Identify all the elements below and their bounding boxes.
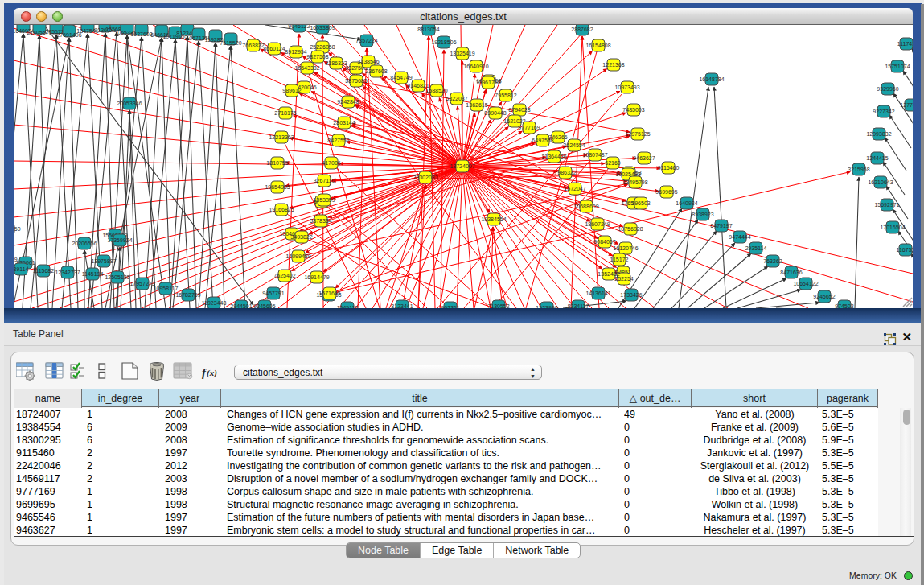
svg-text:16782759: 16782759 (175, 292, 200, 298)
svg-text:9245605: 9245605 (253, 303, 275, 308)
svg-text:19218506: 19218506 (431, 39, 456, 45)
svg-text:9329960: 9329960 (877, 86, 898, 92)
svg-text:12975125: 12975125 (625, 131, 650, 137)
svg-text:8938923: 8938923 (692, 212, 713, 217)
svg-text:7663822: 7663822 (242, 43, 264, 48)
svg-text:8234117: 8234117 (568, 303, 589, 308)
svg-text:12093832: 12093832 (866, 131, 891, 137)
svg-text:16914479: 16914479 (304, 274, 329, 280)
svg-text:12505135: 12505135 (105, 274, 129, 280)
svg-text:3624554: 3624554 (563, 142, 585, 148)
svg-text:417006: 417006 (322, 160, 340, 166)
svg-text:1045112: 1045112 (337, 305, 359, 308)
svg-text:3493822: 3493822 (290, 234, 312, 240)
svg-text:2718176: 2718176 (274, 110, 296, 116)
svg-text:9245652: 9245652 (813, 294, 835, 299)
svg-text:9227342: 9227342 (873, 109, 894, 114)
svg-text:1621022: 1621022 (503, 118, 525, 124)
svg-text:6497568: 6497568 (532, 138, 553, 143)
svg-text:1353359: 1353359 (313, 197, 335, 203)
svg-text:13495798: 13495798 (622, 179, 647, 185)
svg-text:115172: 115172 (610, 257, 629, 262)
svg-text:18607249: 18607249 (585, 221, 610, 227)
svg-text:9457791: 9457791 (262, 290, 284, 296)
svg-text:16640910: 16640910 (463, 64, 488, 69)
svg-text:2935114: 2935114 (745, 245, 767, 251)
svg-text:1810755: 1810755 (266, 160, 288, 166)
svg-text:15692971: 15692971 (874, 202, 899, 208)
svg-text:8813054: 8813054 (417, 27, 439, 32)
svg-text:1733426: 1733426 (620, 292, 642, 298)
svg-text:14136141: 14136141 (585, 290, 610, 296)
svg-text:16033809: 16033809 (310, 25, 335, 31)
svg-text:1640934: 1640934 (676, 200, 697, 206)
svg-text:7515520: 7515520 (220, 40, 241, 46)
svg-text:25226058: 25226058 (310, 44, 335, 50)
svg-text:252254: 252254 (614, 276, 633, 282)
svg-text:2803144: 2803144 (333, 120, 355, 126)
svg-text:1527602: 1527602 (130, 31, 152, 37)
svg-text:10973493: 10973493 (614, 84, 639, 90)
svg-text:13325419: 13325419 (450, 51, 474, 56)
svg-text:8660124: 8660124 (263, 46, 285, 51)
svg-text:763262: 763262 (763, 258, 782, 264)
svg-text:21364436: 21364436 (541, 154, 566, 159)
svg-text:8912954: 8912954 (285, 49, 306, 55)
svg-text:1244415: 1244415 (866, 155, 888, 161)
svg-text:23302033: 23302033 (413, 175, 437, 180)
svg-text:10654122: 10654122 (793, 281, 818, 286)
svg-text:3215958: 3215958 (848, 167, 869, 172)
svg-text:116753: 116753 (897, 247, 913, 253)
svg-text:14099489: 14099489 (285, 253, 310, 259)
svg-text:2367608: 2367608 (365, 68, 387, 74)
svg-text:8990448: 8990448 (484, 110, 506, 116)
svg-text:974503: 974503 (835, 303, 853, 308)
svg-text:18724007: 18724007 (450, 163, 474, 169)
svg-text:16154808: 16154808 (585, 43, 610, 48)
svg-text:15751074: 15751074 (885, 64, 910, 69)
svg-text:16120746: 16120746 (613, 245, 638, 251)
svg-text:5322037: 5322037 (446, 96, 467, 101)
svg-text:8123441: 8123441 (391, 303, 413, 308)
svg-text:7986322: 7986322 (554, 170, 576, 175)
svg-text:1523990: 1523990 (536, 305, 557, 308)
svg-text:9777169: 9777169 (518, 125, 540, 130)
svg-text:7625402: 7625402 (273, 273, 295, 278)
svg-text:1277401: 1277401 (900, 102, 913, 108)
svg-text:111741: 111741 (897, 41, 913, 47)
svg-text:1352482: 1352482 (598, 271, 619, 277)
svg-text:1588520: 1588520 (425, 88, 447, 93)
svg-text:2887682: 2887682 (571, 27, 593, 32)
svg-text:6479197: 6479197 (710, 223, 732, 229)
svg-text:39114: 39114 (14, 266, 29, 272)
svg-text:25266050: 25266050 (14, 226, 21, 232)
svg-text:20206556: 20206556 (72, 241, 97, 246)
svg-text:10961768: 10961768 (475, 80, 500, 85)
svg-text:9084067: 9084067 (593, 239, 615, 245)
svg-text:1362615: 1362615 (466, 102, 487, 108)
svg-text:7955812: 7955812 (495, 93, 516, 98)
svg-text:(x): (x) (207, 368, 217, 378)
svg-text:3915049: 3915049 (14, 257, 18, 262)
svg-text:989612: 989612 (282, 88, 301, 93)
svg-text:19384554: 19384554 (481, 216, 506, 222)
svg-text:196503: 196503 (631, 200, 650, 206)
svg-text:20053346: 20053346 (117, 101, 142, 106)
svg-text:9115460: 9115460 (658, 165, 680, 171)
svg-text:1221368: 1221368 (602, 62, 624, 68)
svg-text:17957273: 17957273 (129, 281, 154, 286)
svg-text:9463627: 9463627 (633, 155, 655, 161)
svg-text:7485003: 7485003 (622, 107, 644, 113)
svg-text:5878334: 5878334 (310, 218, 331, 224)
svg-text:1571645: 1571645 (318, 290, 340, 296)
svg-text:17016504: 17016504 (880, 225, 905, 230)
svg-text:16148784: 16148784 (699, 76, 724, 82)
svg-text:12342737: 12342737 (55, 270, 80, 275)
svg-text:12213363: 12213363 (269, 134, 294, 140)
svg-text:16210643: 16210643 (868, 179, 893, 185)
svg-text:1145194: 1145194 (82, 271, 104, 277)
svg-text:6794028: 6794028 (508, 107, 530, 113)
svg-text:5875685: 5875685 (345, 78, 367, 84)
svg-text:17359924: 17359924 (107, 237, 132, 243)
svg-text:10807487: 10807487 (582, 152, 607, 158)
